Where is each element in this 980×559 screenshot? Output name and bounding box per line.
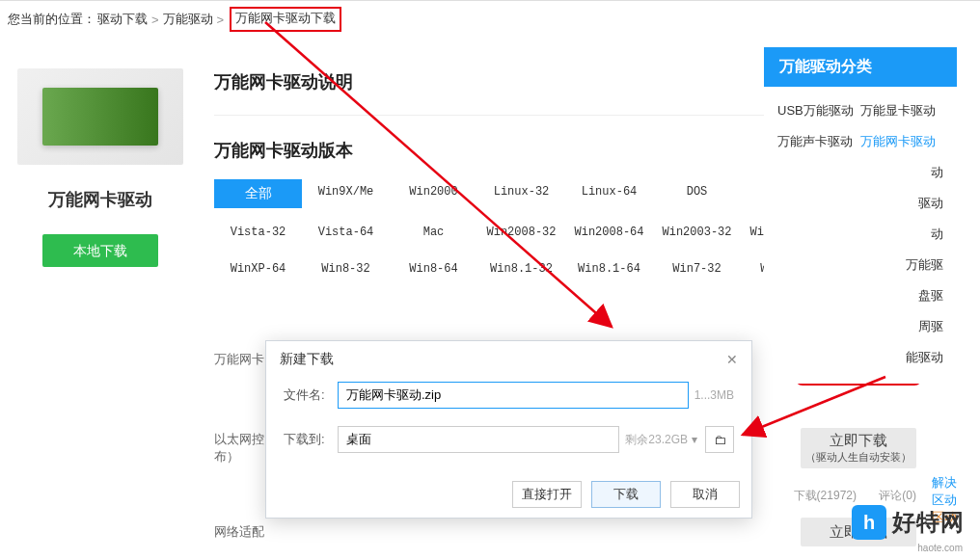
sidebar-item-net[interactable]: 万能网卡驱动 bbox=[860, 133, 943, 150]
breadcrumb: 您当前的位置： 驱动下载 > 万能驱动 > 万能网卡驱动下载 bbox=[0, 1, 980, 38]
dest-input[interactable] bbox=[338, 426, 619, 453]
product-card: 万能网卡驱动 本地下载 bbox=[17, 68, 183, 267]
brand-domain: haote.com bbox=[917, 543, 963, 553]
download-button[interactable]: 下载 bbox=[591, 481, 661, 508]
breadcrumb-sep: > bbox=[151, 13, 159, 27]
comment-count: 评论(0) bbox=[879, 489, 916, 502]
download-label: 立即下载 bbox=[801, 432, 916, 450]
tab-mac[interactable]: Mac bbox=[390, 220, 477, 245]
tab-win81-64[interactable]: Win8.1-64 bbox=[565, 256, 653, 281]
product-title: 万能网卡驱动 bbox=[17, 188, 183, 211]
product-image bbox=[17, 68, 183, 165]
sidebar-item[interactable]: 盘驱 bbox=[777, 287, 943, 305]
download-now-button[interactable]: 立即下载 （驱动人生自动安装） bbox=[801, 428, 916, 468]
link-solve[interactable]: 解决 bbox=[932, 474, 957, 492]
sidebar-item[interactable]: 动 bbox=[777, 164, 943, 181]
tab-win9x[interactable]: Win9X/Me bbox=[302, 179, 390, 208]
sidebar-item[interactable]: 驱动 bbox=[777, 195, 943, 212]
tab-win8-64[interactable]: Win8-64 bbox=[390, 256, 477, 281]
breadcrumb-link-1[interactable]: 驱动下载 bbox=[97, 11, 148, 28]
item-name: 网络适配 bbox=[214, 523, 264, 541]
tab-win2000[interactable]: Win2000 bbox=[390, 179, 477, 208]
download-sub: （驱动人生自动安装） bbox=[801, 450, 916, 465]
list-item: 网络适配 立即下载 bbox=[214, 518, 916, 546]
file-size: 1...3MB bbox=[694, 388, 734, 402]
breadcrumb-sep: > bbox=[217, 13, 225, 27]
sidebar-header: 万能驱动分类 bbox=[764, 47, 957, 87]
download-count: 下载(21972) bbox=[794, 489, 857, 502]
item-name: 以太网控布） bbox=[214, 431, 264, 466]
tab-win2008-32[interactable]: Win2008-32 bbox=[477, 220, 565, 245]
sidebar-categories: 万能驱动分类 USB万能驱动 万能显卡驱动 万能声卡驱动 万能网卡驱动 动 驱动… bbox=[764, 47, 957, 384]
sidebar-item-gpu[interactable]: 万能显卡驱动 bbox=[860, 102, 943, 120]
cancel-button[interactable]: 取消 bbox=[670, 481, 740, 508]
tab-win2008-64[interactable]: Win2008-64 bbox=[565, 220, 653, 245]
chevron-down-icon[interactable]: ▾ bbox=[692, 433, 697, 446]
tab-all[interactable]: 全部 bbox=[214, 179, 302, 208]
browse-folder-button[interactable]: 🗀 bbox=[705, 426, 734, 453]
free-space: 剩余23.2GB ▾ bbox=[625, 432, 697, 448]
filename-label: 文件名: bbox=[284, 386, 338, 404]
tab-linux64[interactable]: Linux-64 bbox=[565, 179, 653, 208]
dest-label: 下载到: bbox=[284, 431, 338, 448]
sidebar-item[interactable]: 能驱动 bbox=[777, 349, 943, 366]
breadcrumb-link-3[interactable]: 万能网卡驱动下载 bbox=[235, 11, 336, 25]
tab-win81-32[interactable]: Win8.1-32 bbox=[477, 256, 565, 281]
tab-linux32[interactable]: Linux-32 bbox=[477, 179, 565, 208]
local-download-button[interactable]: 本地下载 bbox=[42, 234, 158, 267]
download-dialog: 新建下载 ✕ 文件名: 1...3MB 下载到: 剩余23.2GB ▾ 🗀 直接… bbox=[265, 340, 752, 519]
sidebar-item-audio[interactable]: 万能声卡驱动 bbox=[777, 133, 860, 150]
folder-icon: 🗀 bbox=[714, 433, 726, 447]
tab-win8-32[interactable]: Win8-32 bbox=[302, 256, 390, 281]
close-icon[interactable]: ✕ bbox=[726, 352, 738, 367]
filename-input[interactable] bbox=[338, 382, 689, 409]
tab-win2003-32[interactable]: Win2003-32 bbox=[653, 220, 741, 245]
sidebar-item-usb[interactable]: USB万能驱动 bbox=[777, 102, 860, 120]
dialog-title: 新建下载 bbox=[280, 351, 334, 368]
brand-logo: h 好特网 haote.com bbox=[852, 505, 965, 540]
sidebar-item[interactable]: 周驱 bbox=[777, 318, 943, 335]
tab-winxp64[interactable]: WinXP-64 bbox=[214, 256, 302, 281]
tab-win7-32[interactable]: Win7-32 bbox=[653, 256, 741, 281]
tab-vista64[interactable]: Vista-64 bbox=[302, 220, 390, 245]
sidebar-item[interactable]: 动 bbox=[777, 226, 943, 243]
tab-dos[interactable]: DOS bbox=[653, 179, 741, 208]
logo-icon: h bbox=[852, 505, 886, 540]
tab-vista32[interactable]: Vista-32 bbox=[214, 220, 302, 245]
breadcrumb-link-2[interactable]: 万能驱动 bbox=[163, 11, 213, 28]
item-name: 万能网卡 bbox=[214, 351, 264, 368]
breadcrumb-label: 您当前的位置： bbox=[8, 11, 95, 28]
sidebar-item[interactable]: 万能驱 bbox=[777, 256, 943, 274]
open-directly-button[interactable]: 直接打开 bbox=[512, 481, 582, 508]
brand-name: 好特网 bbox=[892, 507, 965, 538]
